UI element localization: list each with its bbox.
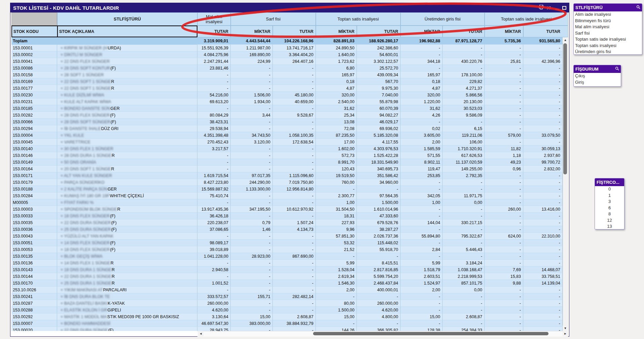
value-cell[interactable]: 14.139,04 xyxy=(523,280,563,287)
stok-aciklama-cell[interactable]: + BLOK GEÇİŞ WİWA xyxy=(57,253,197,260)
value-cell[interactable]: - xyxy=(273,159,316,166)
value-cell[interactable]: - xyxy=(485,287,523,293)
column-group-header[interactable]: Üretimden giris fisi xyxy=(401,12,485,26)
value-cell[interactable]: - xyxy=(523,213,563,219)
value-cell[interactable]: - xyxy=(485,45,523,51)
stok-kodu-cell[interactable]: 153.00294 xyxy=(11,125,57,132)
value-cell[interactable]: - xyxy=(273,105,316,112)
value-cell[interactable]: - xyxy=(523,139,563,145)
filter-item[interactable]: 6 xyxy=(595,205,624,211)
value-cell[interactable]: - xyxy=(523,51,563,58)
value-cell[interactable]: 0,02 xyxy=(401,125,443,132)
value-cell[interactable]: 795.322,67 xyxy=(443,233,485,240)
stok-aciklama-cell[interactable]: + 25 DNS DURA 1 SÜNGER xyxy=(57,280,197,287)
value-cell[interactable]: - xyxy=(401,179,443,186)
value-cell[interactable]: - xyxy=(401,300,443,307)
value-cell[interactable]: 0,18 xyxy=(316,78,357,85)
value-cell[interactable]: - xyxy=(523,105,563,112)
value-cell[interactable]: 4.303.976,53 xyxy=(357,145,401,152)
value-cell[interactable]: - xyxy=(357,320,401,327)
value-cell[interactable]: 144,26 xyxy=(316,327,357,331)
value-cell[interactable]: 72,08 xyxy=(316,125,357,132)
value-cell[interactable]: 23.881,46 xyxy=(197,65,231,72)
value-cell[interactable]: - xyxy=(231,260,273,266)
value-cell[interactable]: 99.700,72 xyxy=(523,159,563,166)
value-cell[interactable]: 7.040,00 xyxy=(357,92,401,98)
value-cell[interactable]: 6,15 xyxy=(443,125,485,132)
total-value-cell[interactable]: 4.443.544,44 xyxy=(231,37,273,45)
value-cell[interactable]: 366.305,82 xyxy=(357,327,401,331)
total-value-cell[interactable]: 3.319.909,01 xyxy=(197,37,231,45)
value-cell[interactable]: - xyxy=(273,145,316,152)
stok-aciklama-cell[interactable]: + 18 DNS FLEX SÜNGER (F) xyxy=(57,246,197,253)
value-cell[interactable]: 5.599.754,20 xyxy=(357,273,401,280)
value-cell[interactable]: 2,00 xyxy=(401,287,443,293)
total-value-cell[interactable]: 104.226.168,96 xyxy=(273,37,316,45)
value-cell[interactable]: 22.310,00 xyxy=(523,233,563,240)
value-cell[interactable]: 3.184,24 xyxy=(443,260,485,266)
stok-aciklama-cell[interactable]: + 14 DNS FLEX 1 SÜNGER xyxy=(57,260,197,266)
value-cell[interactable]: - xyxy=(443,226,485,233)
value-cell[interactable]: - xyxy=(485,240,523,246)
value-cell[interactable]: 87.235,50 xyxy=(316,132,357,139)
stok-aciklama-cell[interactable]: + 22 DNS DURA SÜNGE (F) xyxy=(57,327,197,331)
value-cell[interactable]: 2.247.291,44 xyxy=(197,58,231,65)
value-cell[interactable]: 20.130,00 xyxy=(443,98,485,105)
value-cell[interactable]: - xyxy=(523,193,563,199)
value-cell[interactable]: - xyxy=(523,327,563,331)
value-cell[interactable]: - xyxy=(273,119,316,125)
value-cell[interactable]: - xyxy=(231,85,273,92)
total-value-cell[interactable]: 828.891,03 xyxy=(316,37,357,45)
stok-aciklama-cell[interactable]: + 22 DNS FLEX SÜNGER xyxy=(57,58,197,65)
value-cell[interactable]: 25,34 xyxy=(316,112,357,119)
value-cell[interactable]: 9.975,30 xyxy=(357,85,401,92)
total-value-cell[interactable]: 188.926.280,17 xyxy=(357,37,401,45)
stok-kodu-cell[interactable]: 153.00053 xyxy=(11,246,57,253)
value-cell[interactable]: 0,00 xyxy=(443,287,485,293)
value-cell[interactable]: 149.255,00 xyxy=(443,166,485,172)
stok-kodu-cell[interactable]: 153.00284 xyxy=(11,193,57,199)
value-cell[interactable]: 29.538,94 xyxy=(197,125,231,132)
value-cell[interactable]: - xyxy=(231,78,273,85)
value-cell[interactable]: 1.723,62 xyxy=(316,58,357,65)
window-titlebar[interactable]: STOK LİSTESİ - KDV DAHİL TUTARLARDIR XL xyxy=(10,3,569,12)
value-cell[interactable]: 53,32 xyxy=(316,240,357,246)
value-cell[interactable]: - xyxy=(523,172,563,179)
value-cell[interactable]: 5,99 xyxy=(316,260,357,266)
stok-kodu-cell[interactable]: 153.00177 xyxy=(11,85,57,92)
value-cell[interactable]: 55.894,80 xyxy=(401,233,443,240)
value-cell[interactable]: 679.528,76 xyxy=(357,219,401,226)
value-cell[interactable]: - xyxy=(273,307,316,313)
value-cell[interactable]: - xyxy=(273,246,316,253)
value-cell[interactable]: - xyxy=(357,293,401,300)
value-cell[interactable]: 260.000,00 xyxy=(197,300,231,307)
stok-aciklama-cell[interactable]: + 22 DNS DURA 1 SÜNGER xyxy=(57,273,197,280)
value-cell[interactable]: 579,00 xyxy=(485,132,523,139)
value-cell[interactable]: - xyxy=(523,260,563,266)
total-value-cell[interactable]: 5.735,36 xyxy=(485,37,523,45)
value-cell[interactable]: 2,00 xyxy=(316,287,357,293)
print-icon[interactable] xyxy=(539,5,544,11)
value-cell[interactable]: 347.195,50 xyxy=(231,206,273,213)
stok-aciklama-cell[interactable]: + İB DANSİTE İHALE DÜZ GRI xyxy=(57,125,197,132)
value-cell[interactable]: 5.446,43 xyxy=(443,246,485,253)
export-excel-icon[interactable]: XL xyxy=(547,5,552,10)
stok-aciklama-cell[interactable]: + BONDİO DANSİTE SÜNGER xyxy=(57,105,197,112)
value-cell[interactable]: - xyxy=(443,307,485,313)
value-cell[interactable]: - xyxy=(197,85,231,92)
stok-aciklama-cell[interactable]: + 22 DNS SOFT 1 SÜNGER xyxy=(57,78,197,85)
value-cell[interactable]: 4.620,00 xyxy=(197,307,231,313)
value-cell[interactable]: 260,00 xyxy=(485,206,523,213)
stok-aciklama-cell[interactable]: + 18 DNS DURA 1 SÜNGER xyxy=(57,266,197,273)
value-cell[interactable]: - xyxy=(273,85,316,92)
value-cell[interactable]: 3.364.404,20 xyxy=(273,51,316,58)
value-cell[interactable]: - xyxy=(273,65,316,72)
stok-aciklama-cell[interactable]: + 14 DNS FLEX SÜNGER (F) xyxy=(57,240,197,246)
value-cell[interactable]: - xyxy=(485,193,523,199)
stok-aciklama-cell[interactable]: + FİYAT FARKI % xyxy=(57,199,197,206)
value-cell[interactable]: 439.009,34 xyxy=(357,72,401,78)
value-cell[interactable]: - xyxy=(273,266,316,273)
value-cell[interactable]: 28.943,75 xyxy=(197,327,231,331)
value-cell[interactable]: - xyxy=(273,240,316,246)
search-icon[interactable] xyxy=(615,67,619,72)
